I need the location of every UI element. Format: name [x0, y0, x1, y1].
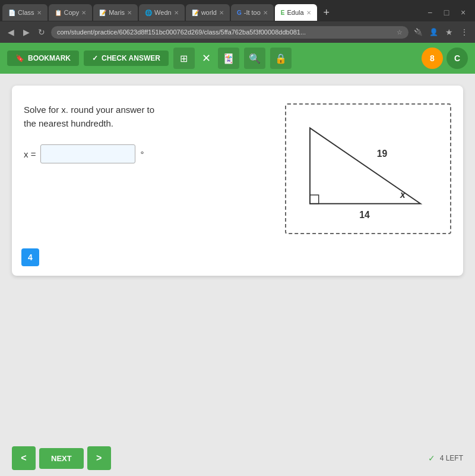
tab-world[interactable]: 📝 world ✕ — [186, 4, 230, 21]
tab-copy-icon: 📋 — [55, 10, 62, 16]
tab-world-icon: 📝 — [192, 10, 199, 16]
answer-prefix: x = — [24, 149, 36, 159]
forward-button[interactable]: ▶ — [20, 26, 32, 38]
tab-wedn-icon: 🌐 — [145, 10, 152, 16]
x-icon: ✕ — [202, 52, 211, 64]
problem-line1: Solve for x. round your answer to — [24, 105, 154, 115]
back-button[interactable]: ◀ — [5, 26, 17, 38]
bookmark-button[interactable]: 🔖 BOOKMARK — [7, 51, 79, 66]
settings-icon: C — [454, 53, 460, 63]
triangle-diagram: 19 14 x — [292, 111, 444, 227]
check-answer-label: CHECK ANSWER — [102, 54, 160, 62]
refresh-button[interactable]: ↻ — [36, 26, 48, 38]
menu-icon[interactable]: ⋮ — [458, 26, 470, 38]
prev-arrow-icon: < — [21, 453, 26, 464]
flashcard-icon: 🃏 — [223, 53, 235, 64]
answer-row: x = ° — [24, 144, 261, 163]
next-label-text: NEXT — [51, 454, 72, 463]
problem-left: Solve for x. round your answer to the ne… — [24, 103, 273, 163]
tab-maris-icon: 📝 — [99, 10, 106, 16]
tab-copy-close[interactable]: ✕ — [81, 10, 86, 16]
next-button[interactable]: > — [87, 446, 111, 470]
tab-google-label: -It too — [244, 9, 261, 16]
svg-text:14: 14 — [359, 210, 370, 220]
bottom-nav: < NEXT > ✓ 4 LEFT — [0, 440, 475, 476]
address-bar-row: ◀ ▶ ↻ com/student/practice/60623d8ff151b… — [0, 21, 475, 43]
prev-button[interactable]: < — [12, 446, 36, 470]
tab-edula[interactable]: E Edula ✕ — [275, 4, 317, 21]
bookmark-icon: 🔖 — [15, 54, 24, 62]
tab-wedn-label: Wedn — [154, 9, 172, 16]
problem-number-value: 4 — [28, 253, 33, 262]
tab-bar: 📄 Class ✕ 📋 Copy ✕ 📝 Maris ✕ 🌐 Wedn ✕ 📝 … — [0, 0, 475, 21]
browser-chrome: 📄 Class ✕ 📋 Copy ✕ 📝 Maris ✕ 🌐 Wedn ✕ 📝 … — [0, 0, 475, 43]
next-label-btn[interactable]: NEXT — [39, 448, 84, 469]
new-tab-icon: + — [323, 7, 330, 19]
tab-class-label: Class — [18, 9, 34, 16]
tab-class[interactable]: 📄 Class ✕ — [2, 4, 48, 21]
search-icon: 🔍 — [249, 53, 261, 64]
toolbar-right: 8 C — [422, 48, 468, 69]
address-bar[interactable]: com/student/practice/60623d8ff151bc00076… — [51, 26, 408, 39]
tab-wedn-close[interactable]: ✕ — [174, 10, 179, 16]
tab-class-icon: 📄 — [8, 10, 15, 16]
minimize-button[interactable]: − — [424, 7, 436, 18]
svg-text:x: x — [400, 190, 406, 200]
tab-google-icon: G — [237, 10, 242, 16]
diagram-container: 19 14 x — [285, 103, 451, 234]
tab-wedn[interactable]: 🌐 Wedn ✕ — [139, 4, 185, 21]
close-button[interactable]: × — [457, 7, 469, 18]
problem-number-badge: 4 — [21, 248, 39, 266]
tab-maris[interactable]: 📝 Maris ✕ — [93, 4, 138, 21]
tab-copy[interactable]: 📋 Copy ✕ — [49, 4, 93, 21]
problem-text: Solve for x. round your answer to the ne… — [24, 103, 261, 130]
close-icon-button[interactable]: ✕ — [200, 49, 213, 67]
lock-icon: 🔒 — [275, 53, 287, 64]
svg-text:19: 19 — [377, 149, 388, 159]
profile-icon[interactable]: 👤 — [428, 26, 439, 38]
bookmark-label: BOOKMARK — [28, 54, 71, 62]
problem-line2: the nearest hundredth. — [24, 118, 113, 128]
grid-icon-button[interactable]: ⊞ — [173, 48, 195, 69]
maximize-button[interactable]: □ — [441, 7, 452, 18]
next-arrow-icon: > — [96, 453, 102, 464]
address-text: com/student/practice/60623d8ff151bc00076… — [57, 29, 306, 36]
checkmark-icon: ✓ — [92, 54, 98, 62]
tab-world-label: world — [201, 9, 217, 16]
tab-edula-icon: E — [281, 10, 285, 16]
extensions-icon[interactable]: 🔌 — [412, 26, 424, 38]
problem-card: Solve for x. round your answer to the ne… — [12, 86, 463, 276]
bookmark-star-icon[interactable]: ★ — [443, 26, 455, 38]
tab-class-close[interactable]: ✕ — [37, 10, 42, 16]
points-button[interactable]: 8 — [422, 48, 443, 69]
tab-copy-label: Copy — [64, 9, 80, 16]
degree-symbol: ° — [140, 149, 144, 159]
tab-world-close[interactable]: ✕ — [219, 10, 224, 16]
tab-maris-close[interactable]: ✕ — [127, 10, 132, 16]
tab-maris-label: Maris — [109, 9, 125, 16]
answer-input[interactable] — [40, 144, 135, 163]
tab-edula-close[interactable]: ✕ — [306, 10, 311, 16]
tab-google[interactable]: G -It too ✕ — [231, 4, 274, 21]
lock-icon-button[interactable]: 🔒 — [270, 48, 292, 69]
edu-toolbar: 🔖 BOOKMARK ✓ CHECK ANSWER ⊞ ✕ 🃏 🔍 🔒 8 C — [0, 43, 475, 74]
new-tab-button[interactable]: + — [318, 4, 335, 21]
points-value: 8 — [430, 53, 435, 63]
settings-button[interactable]: C — [446, 48, 468, 69]
star-icon: ☆ — [397, 29, 403, 36]
status-left-text: 4 LEFT — [440, 454, 463, 462]
tab-google-close[interactable]: ✕ — [263, 10, 268, 16]
grid-icon: ⊞ — [180, 53, 188, 64]
tab-edula-label: Edula — [287, 9, 304, 16]
flashcard-icon-button[interactable]: 🃏 — [218, 48, 239, 69]
check-answer-button[interactable]: ✓ CHECK ANSWER — [84, 51, 169, 66]
main-content: Solve for x. round your answer to the ne… — [0, 74, 475, 440]
status-check-icon: ✓ — [428, 453, 435, 463]
search-icon-button[interactable]: 🔍 — [244, 48, 265, 69]
svg-rect-1 — [310, 195, 319, 204]
status-area: ✓ 4 LEFT — [428, 453, 463, 463]
